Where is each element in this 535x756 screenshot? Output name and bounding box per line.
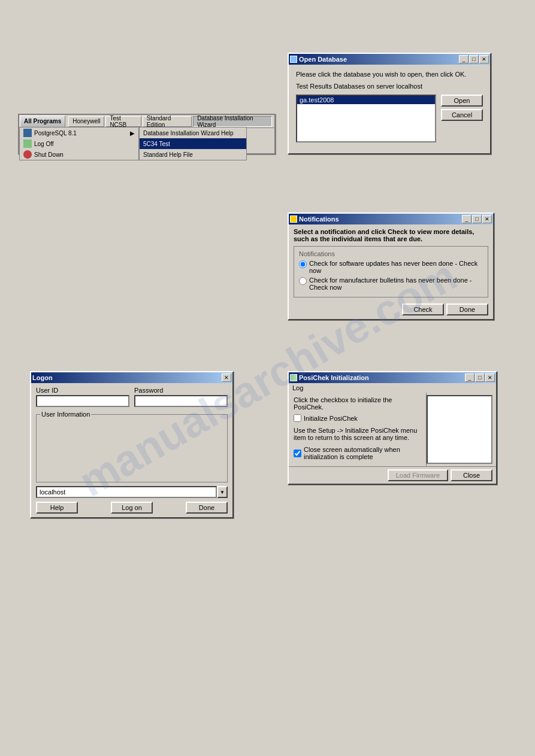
- posichek-description: Click the checkbox to initialize the Pos…: [294, 396, 421, 411]
- autoclose-checkbox[interactable]: [294, 450, 301, 457]
- notifications-titlebar: Notifications _ □ ✕: [289, 214, 493, 224]
- posichek-info: Use the Setup -> Initialize PosiChek men…: [294, 427, 421, 441]
- user-info-fieldset: User Information: [36, 411, 228, 482]
- notifications-title: Notifications: [290, 215, 339, 223]
- logon-titlebar: Logon ✕: [31, 372, 232, 383]
- posichek-close-btn[interactable]: ✕: [485, 374, 495, 382]
- notif-radio-1[interactable]: Check for software updates has never bee…: [299, 260, 483, 274]
- open-db-titlebar: Open Database _ □ ✕: [289, 54, 490, 65]
- postgresql-icon: [23, 129, 32, 137]
- help-button[interactable]: Help: [36, 502, 78, 514]
- password-label: Password: [134, 387, 228, 394]
- listbox-item-gatest[interactable]: ga.test2008: [297, 96, 435, 104]
- logon-close-btn[interactable]: ✕: [222, 374, 231, 382]
- notif-radio-bulletins[interactable]: [299, 277, 307, 285]
- init-checkbox-row[interactable]: Initialize PosiChek: [294, 414, 421, 422]
- notif-maximize-btn[interactable]: □: [472, 215, 482, 223]
- posichek-close-dialog-button[interactable]: Close: [451, 469, 492, 481]
- check-button[interactable]: Check: [402, 303, 444, 315]
- server-select-container: localhost ▼: [36, 486, 228, 498]
- taskbar-item-test[interactable]: Test NCSB: [105, 116, 141, 127]
- open-db-description: Please click the database you wish to op…: [296, 71, 483, 78]
- posichek-minimize-btn[interactable]: _: [465, 374, 474, 382]
- posichek-dialog: PosiChek Initialization _ □ ✕ Log Click …: [288, 371, 497, 485]
- notif-group-label: Notifications: [299, 250, 483, 257]
- shutdown-icon: [23, 150, 32, 159]
- notifications-icon: [290, 215, 297, 223]
- done-button[interactable]: Done: [446, 303, 488, 315]
- taskbar-items: Honeywell Test NCSB Standard Edition Dat…: [66, 116, 274, 127]
- server-value[interactable]: localhost: [36, 486, 217, 498]
- taskbar-area: All Programs Honeywell Test NCSB Standar…: [18, 114, 276, 154]
- menu-item-postgresql[interactable]: PostgreSQL 8.1 ▶: [20, 127, 138, 138]
- userid-input[interactable]: [36, 395, 129, 407]
- logon-dialog: Logon ✕ User ID Password User Informatio…: [30, 371, 234, 518]
- server-dropdown-arrow[interactable]: ▼: [217, 486, 228, 498]
- start-menu: PostgreSQL 8.1 ▶ Log Off Shut Down: [19, 127, 139, 160]
- notifications-dialog: Notifications _ □ ✕ Select a notificatio…: [288, 212, 494, 320]
- close-button[interactable]: ✕: [479, 55, 489, 63]
- log-label: Log: [289, 383, 496, 393]
- notif-titlebar-buttons: _ □ ✕: [462, 215, 492, 223]
- posichek-titlebar: PosiChek Initialization _ □ ✕: [289, 372, 496, 383]
- notif-buttons: Check Done: [289, 300, 493, 319]
- posichek-body: Click the checkbox to initialize the Pos…: [289, 393, 496, 466]
- autoclose-label: Close screen automatically when initiali…: [304, 446, 421, 460]
- logon-button[interactable]: Log on: [111, 502, 153, 514]
- password-group: Password: [134, 387, 228, 407]
- minimize-button[interactable]: _: [459, 55, 468, 63]
- open-db-title: Open Database: [290, 56, 347, 63]
- titlebar-buttons: _ □ ✕: [459, 55, 489, 63]
- userid-group: User ID: [36, 387, 129, 407]
- logon-body: User ID Password User Information localh…: [31, 383, 232, 517]
- taskbar-item-dbwizard[interactable]: Database Installation Wizard: [193, 116, 272, 127]
- maximize-button[interactable]: □: [469, 55, 479, 63]
- start-button[interactable]: All Programs: [20, 116, 65, 127]
- notif-close-btn[interactable]: ✕: [482, 215, 492, 223]
- init-checkbox-label: Initialize PosiChek: [304, 415, 358, 422]
- logon-title: Logon: [32, 374, 53, 381]
- logon-fields: User ID Password: [36, 387, 228, 407]
- logon-done-button[interactable]: Done: [186, 502, 228, 514]
- notif-group: Notifications Check for software updates…: [294, 246, 488, 297]
- notif-body: Select a notification and click Check to…: [289, 224, 493, 319]
- server-row: localhost ▼: [36, 486, 228, 498]
- open-db-server-label: Test Results Databases on server localho…: [296, 83, 483, 90]
- posichek-buttons: Load Firmware Close: [289, 466, 496, 484]
- logon-buttons: Help Log on Done: [36, 502, 228, 514]
- open-database-dialog: Open Database _ □ ✕ Please click the dat…: [288, 53, 491, 154]
- posichek-log-panel: [427, 395, 492, 464]
- logoff-icon: [23, 139, 32, 148]
- open-button[interactable]: Open: [441, 95, 483, 107]
- open-db-button-group: Open Cancel: [441, 95, 483, 147]
- open-db-listbox[interactable]: ga.test2008: [296, 95, 436, 142]
- menu-item-logoff[interactable]: Log Off: [20, 138, 138, 149]
- taskbar-top: All Programs Honeywell Test NCSB Standar…: [19, 115, 274, 128]
- taskbar-item-honeywell[interactable]: Honeywell: [68, 116, 104, 127]
- password-input[interactable]: [134, 395, 228, 407]
- notif-radio-software[interactable]: [299, 260, 307, 268]
- posichek-maximize-btn[interactable]: □: [475, 374, 485, 382]
- submenu-arrow: ▶: [130, 130, 135, 136]
- notif-minimize-btn[interactable]: _: [462, 215, 471, 223]
- menu-item-shutdown[interactable]: Shut Down: [20, 149, 138, 160]
- submenu-item-standard[interactable]: Standard Help File: [140, 149, 246, 160]
- posichek-title: PosiChek Initialization: [290, 374, 369, 381]
- submenu-dbwizard: Database Installation Wizard Help 5C34 T…: [139, 127, 247, 160]
- submenu-item-5c34[interactable]: 5C34 Test: [140, 138, 246, 149]
- posichek-left-panel: Click the checkbox to initialize the Pos…: [289, 393, 427, 466]
- open-db-icon: [290, 56, 297, 63]
- notif-header: Select a notification and click Check to…: [289, 224, 493, 244]
- cancel-button[interactable]: Cancel: [441, 109, 483, 121]
- load-firmware-button[interactable]: Load Firmware: [388, 469, 448, 481]
- taskbar-item-standard[interactable]: Standard Edition: [143, 116, 192, 127]
- user-info-legend: User Information: [40, 411, 91, 418]
- posichek-icon: [290, 374, 297, 381]
- init-checkbox[interactable]: [294, 414, 301, 422]
- autoclose-checkbox-row[interactable]: Close screen automatically when initiali…: [294, 446, 421, 460]
- posichek-titlebar-buttons: _ □ ✕: [465, 374, 495, 382]
- open-db-body: Please click the database you wish to op…: [289, 65, 490, 153]
- logon-titlebar-buttons: ✕: [222, 374, 231, 382]
- notif-radio-2[interactable]: Check for manufacturer bulletins has nev…: [299, 277, 483, 291]
- submenu-item-help[interactable]: Database Installation Wizard Help: [140, 127, 246, 138]
